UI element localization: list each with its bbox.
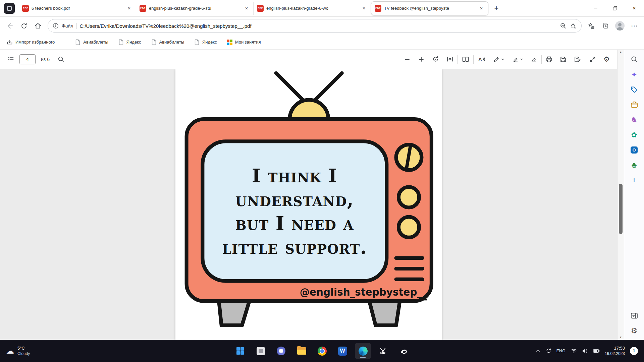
favorites-button[interactable] xyxy=(587,21,596,30)
sidebar-games-button[interactable]: ♞ xyxy=(630,115,639,124)
toc-icon xyxy=(7,56,14,63)
highlight-button[interactable] xyxy=(512,56,523,63)
tab-1[interactable]: PDF 6 teachers book.pdf ✕ xyxy=(19,2,136,15)
favorite-aviabilety-1[interactable]: Авиабилеты xyxy=(75,39,108,45)
profile-avatar[interactable] xyxy=(615,21,625,31)
snipping-tool-button[interactable] xyxy=(375,343,391,359)
address-divider xyxy=(76,23,76,29)
scrollbar-thumb[interactable] xyxy=(619,184,623,234)
scroll-up-icon[interactable]: ▲ xyxy=(620,51,622,54)
battery-button[interactable] xyxy=(593,349,600,353)
tab-close-icon[interactable]: ✕ xyxy=(243,5,250,12)
find-in-document-button[interactable] xyxy=(58,56,64,63)
edge-button[interactable] xyxy=(355,343,371,359)
tray-chevron-button[interactable] xyxy=(535,348,541,354)
tab-actions-button[interactable] xyxy=(4,3,15,14)
tv-screen xyxy=(203,141,387,281)
zoom-out-button[interactable] xyxy=(404,56,411,63)
sidebar-search-button[interactable] xyxy=(630,55,639,64)
draw-button[interactable] xyxy=(493,56,504,63)
close-window-button[interactable]: ✕ xyxy=(625,0,644,16)
tab-close-icon[interactable]: ✕ xyxy=(126,5,132,12)
back-button[interactable] xyxy=(5,21,14,30)
tray-sync-button[interactable] xyxy=(546,348,551,354)
word-button[interactable]: W xyxy=(334,343,351,359)
page-number-input[interactable] xyxy=(19,54,36,64)
save-button[interactable] xyxy=(560,56,567,63)
pinned-app-2-button[interactable] xyxy=(396,343,412,359)
tab-3[interactable]: PDF english-plus-kazakh-grade-6-wo ✕ xyxy=(254,2,371,15)
minimize-button[interactable] xyxy=(586,0,605,16)
volume-button[interactable] xyxy=(582,348,588,354)
pdf-viewer-app: из 6 xyxy=(0,50,617,340)
restore-button[interactable] xyxy=(605,0,625,16)
home-button[interactable] xyxy=(34,21,42,30)
sidebar-tree-app-button[interactable]: ♣ xyxy=(630,161,639,169)
zoom-in-button[interactable] xyxy=(418,56,425,63)
new-tab-button[interactable]: + xyxy=(490,2,502,14)
pdf-viewer[interactable]: I think I understand, but I need a littl… xyxy=(0,69,617,340)
date: 16.02.2023 xyxy=(605,351,625,357)
sidebar-copilot-button[interactable]: ✦ xyxy=(630,70,639,79)
chat-icon xyxy=(277,347,285,355)
sidebar-shopping-button[interactable] xyxy=(630,85,639,94)
clock[interactable]: 17:53 16.02.2023 xyxy=(605,346,625,356)
favorite-aviabilety-2[interactable]: Авиабилеты xyxy=(151,39,184,45)
chevron-down-icon[interactable] xyxy=(520,58,523,61)
weather-widget[interactable]: ☁ 5°C Cloudy xyxy=(6,346,30,356)
save-as-button[interactable] xyxy=(574,56,581,63)
address-bar[interactable]: Файл C:/Users/Evrika/Downloads/TV%20feed… xyxy=(48,19,582,33)
url-text[interactable]: C:/Users/Evrika/Downloads/TV%20feedback%… xyxy=(79,23,557,29)
rotate-button[interactable] xyxy=(432,56,439,63)
read-aloud-button[interactable]: A xyxy=(478,56,486,63)
sidebar-add-button[interactable]: + xyxy=(630,176,639,184)
sidebar-toggle-button[interactable] xyxy=(630,311,639,320)
tab-2[interactable]: PDF english-plus-kazakh-grade-6-stu ✕ xyxy=(136,2,254,15)
collections-button[interactable] xyxy=(601,21,610,30)
file-explorer-button[interactable] xyxy=(293,343,310,359)
pinned-app-button[interactable] xyxy=(253,343,269,359)
chevron-down-icon[interactable] xyxy=(501,58,504,61)
page-view-icon xyxy=(462,56,469,63)
wifi-button[interactable] xyxy=(571,348,577,354)
chat-button[interactable] xyxy=(273,343,289,359)
tab-4-active[interactable]: PDF TV feedback @english_stepbyste ✕ xyxy=(371,1,488,15)
sidebar-designer-button[interactable]: ✿ xyxy=(630,130,639,139)
notification-badge[interactable]: 1 xyxy=(630,347,638,355)
outlook-icon: O xyxy=(631,146,638,154)
window-controls: ✕ xyxy=(586,0,644,16)
gear-icon: ⚙ xyxy=(631,327,638,335)
page-view-button[interactable] xyxy=(462,56,469,63)
tab-close-icon[interactable]: ✕ xyxy=(361,5,367,12)
table-of-contents-button[interactable] xyxy=(7,56,14,63)
favorite-moi-zanyatiya[interactable]: Мои занятия xyxy=(227,40,261,45)
zoom-page-icon[interactable] xyxy=(560,22,567,29)
print-button[interactable] xyxy=(546,56,552,63)
erase-button[interactable] xyxy=(531,56,537,63)
favorites-separator xyxy=(65,39,65,46)
tab-close-icon[interactable]: ✕ xyxy=(478,5,485,12)
scroll-down-icon[interactable]: ▼ xyxy=(620,336,622,339)
sidebar-tools-button[interactable] xyxy=(630,100,639,109)
favorite-import[interactable]: Импорт избранного xyxy=(7,39,55,45)
favorite-yandex-2[interactable]: Яндекс xyxy=(194,39,217,45)
taskbar: ☁ 5°C Cloudy W ENG xyxy=(0,340,644,362)
refresh-button[interactable] xyxy=(19,21,28,30)
pdf-settings-button[interactable]: ⚙ xyxy=(603,55,610,63)
tv-knob-bottom xyxy=(398,217,419,237)
tab-label: TV feedback @english_stepbyste xyxy=(384,6,475,11)
keyboard-language[interactable]: ENG xyxy=(556,349,566,353)
chrome-button[interactable] xyxy=(314,343,330,359)
briefcase-icon xyxy=(631,101,638,108)
sidebar-outlook-button[interactable]: O xyxy=(630,145,639,154)
favorite-yandex-1[interactable]: Яндекс xyxy=(118,39,141,45)
home-icon xyxy=(34,22,42,29)
watermark-text: @english_stepbystep__ xyxy=(300,287,427,298)
settings-menu-button[interactable]: ⋯ xyxy=(630,21,639,30)
fullscreen-button[interactable] xyxy=(589,56,596,63)
add-favorite-icon[interactable] xyxy=(570,22,577,29)
sidebar-settings-button[interactable]: ⚙ xyxy=(630,326,639,335)
pdf-scrollbar[interactable]: ▲ ▼ xyxy=(617,50,624,340)
start-button[interactable] xyxy=(232,343,248,359)
fit-to-width-button[interactable] xyxy=(446,56,453,63)
